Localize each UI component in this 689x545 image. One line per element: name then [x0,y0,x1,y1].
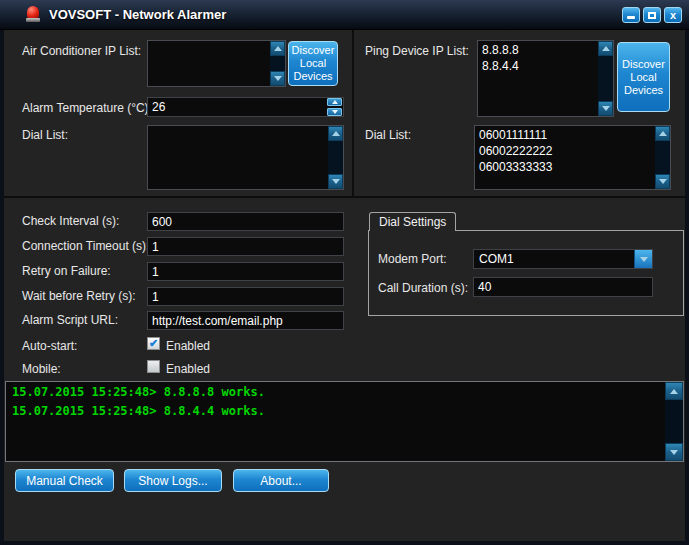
scroll-down-icon[interactable] [328,174,343,189]
client-area: Air Conditioner IP List: Discover Local … [4,30,685,541]
log-output[interactable]: 15.07.2015 15:25:48> 8.8.8.8 works. 15.0… [5,381,684,462]
ping-ip-listbox: 8.8.8.8 8.8.4.4 [477,40,614,117]
alarm-script-url-label: Alarm Script URL: [22,313,118,327]
alarm-temperature-field [147,97,344,117]
horizontal-divider [4,196,685,198]
check-interval-label: Check Interval (s): [22,214,119,228]
ac-ip-list-label: Air Conditioner IP List: [22,44,141,58]
scroll-up-icon[interactable] [270,41,285,56]
window-title: VOVSOFT - Network Alarmer [49,7,226,22]
scroll-down-icon[interactable] [598,101,613,116]
mobile-checkbox-label: Enabled [166,362,210,376]
about-button[interactable]: About... [233,469,329,492]
scroll-up-icon[interactable] [328,126,343,141]
scroll-down-icon[interactable] [270,71,285,86]
auto-start-checkbox[interactable]: ✔ [147,337,160,350]
alarm-temperature-input[interactable] [147,97,344,117]
mobile-checkbox[interactable] [147,360,160,373]
log-line: 15.07.2015 15:25:48> 8.8.4.4 works. [12,403,683,420]
retry-on-failure-label: Retry on Failure: [22,264,111,278]
spinner-down-icon[interactable] [327,108,342,116]
maximize-button[interactable] [643,7,661,23]
spinner-up-icon[interactable] [327,98,342,106]
retry-on-failure-input[interactable] [147,262,344,281]
connection-timeout-input[interactable] [147,237,344,256]
dial-settings-groupbox [368,230,684,316]
ac-ip-listbox [147,40,286,87]
vertical-divider [352,30,354,196]
dial-list-right-scrollbar[interactable] [655,126,670,189]
alarm-temperature-label: Alarm Temperature (°C): [22,101,152,115]
dial-list-left-label: Dial List: [22,128,68,142]
ping-ip-list-label: Ping Device IP List: [365,44,469,58]
dial-list-left-scrollbar[interactable] [328,126,343,189]
close-icon: x [670,10,676,21]
scroll-down-icon[interactable] [655,174,670,189]
maximize-icon [648,12,656,19]
auto-start-checkbox-label: Enabled [166,339,210,353]
alarm-temperature-stepper [326,98,343,116]
ping-ip-scrollbar[interactable] [598,41,613,116]
discover-local-devices-button-left[interactable]: Discover Local Devices [288,41,338,86]
scroll-up-icon[interactable] [655,126,670,141]
manual-check-button[interactable]: Manual Check [15,469,114,492]
ping-ip-list-input[interactable]: 8.8.8.8 8.8.4.4 [478,41,598,116]
scroll-up-icon[interactable] [598,41,613,56]
log-line: 15.07.2015 15:25:48> 8.8.8.8 works. [12,384,683,401]
dial-list-right-listbox: 06001111111 06002222222 06003333333 [474,125,671,190]
ac-ip-scrollbar[interactable] [270,41,285,86]
close-button[interactable]: x [664,7,682,23]
connection-timeout-label: Connection Timeout (s): [22,239,149,253]
title-bar[interactable]: VOVSOFT - Network Alarmer x [0,0,689,30]
auto-start-label: Auto-start: [22,339,77,353]
dial-list-left-listbox [147,125,344,190]
tab-dial-settings[interactable]: Dial Settings [369,212,456,231]
dial-list-right-input[interactable]: 06001111111 06002222222 06003333333 [475,126,655,189]
checkmark-icon: ✔ [149,338,158,349]
scroll-down-icon[interactable] [665,443,683,461]
log-scrollbar[interactable] [665,382,683,461]
alarm-script-url-input[interactable] [147,311,344,330]
minimize-icon [627,16,635,19]
show-logs-button[interactable]: Show Logs... [124,469,222,492]
dial-list-right-label: Dial List: [365,128,411,142]
wait-before-retry-input[interactable] [147,287,344,306]
alarm-icon [26,6,40,23]
discover-local-devices-button-right[interactable]: Discover Local Devices [617,42,670,112]
app-window: VOVSOFT - Network Alarmer x Air Conditio… [0,0,689,545]
minimize-button[interactable] [622,7,640,23]
scroll-up-icon[interactable] [665,382,683,400]
check-interval-input[interactable] [147,212,344,231]
dial-list-left-input[interactable] [148,126,328,189]
wait-before-retry-label: Wait before Retry (s): [22,289,136,303]
mobile-label: Mobile: [22,362,61,376]
ac-ip-list-input[interactable] [148,41,270,86]
